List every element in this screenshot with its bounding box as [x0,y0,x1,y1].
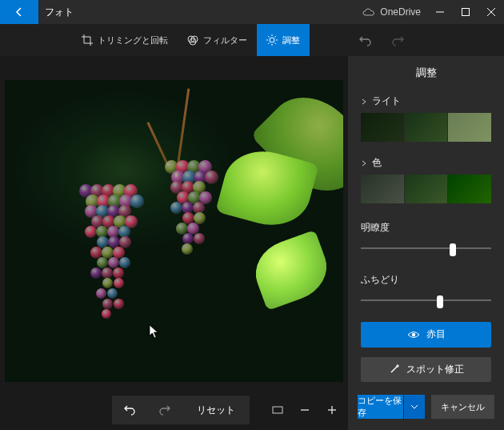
reset-group: リセット [112,396,250,424]
onedrive-status[interactable]: OneDrive [356,6,427,18]
spotfix-label: スポット修正 [406,363,464,376]
chevron-right-icon [361,160,367,167]
svg-line-14 [268,43,270,45]
color-thumb-mid[interactable] [405,175,448,203]
section-light-header[interactable]: ライト [361,94,491,108]
color-thumbnails[interactable] [361,175,491,203]
reset-button[interactable]: リセット [182,404,250,417]
photo-content [5,80,343,382]
svg-line-15 [275,36,277,38]
side-title: 調整 [348,56,504,90]
chevron-right-icon [361,98,367,105]
onedrive-label: OneDrive [380,6,421,18]
save-copy-button[interactable]: コピーを保存 [358,395,403,419]
crop-icon [82,34,93,46]
side-footer: コピーを保存 キャンセル [348,387,504,430]
section-vignette: ふちどり [348,265,504,317]
tab-crop[interactable]: トリミングと回転 [72,24,178,56]
vignette-label: ふちどり [361,273,491,287]
titlebar: フォト OneDrive [0,0,504,24]
side-panel: 調整 ライト 色 明瞭度 [348,56,504,430]
redo-icon [158,404,171,416]
section-color-header[interactable]: 色 [361,156,491,170]
tab-filter[interactable]: フィルター [178,24,257,56]
svg-point-20 [411,333,414,336]
svg-line-12 [268,36,270,38]
tab-filter-label: フィルター [203,34,247,46]
minimize-icon [436,8,444,16]
chevron-down-icon [410,404,418,409]
cancel-button[interactable]: キャンセル [431,395,494,419]
app-title: フォト [38,6,356,19]
close-icon [487,8,495,16]
light-thumb-mid[interactable] [405,113,448,142]
color-thumb-high[interactable] [448,175,491,203]
maximize-button[interactable] [453,0,478,24]
redo-button-2[interactable] [147,396,182,424]
section-light: ライト [348,90,504,151]
redeye-button[interactable]: 赤目 [361,322,491,348]
redo-button[interactable] [382,24,414,56]
canvas-footer: リセット [0,390,348,430]
minimize-button[interactable] [427,0,453,24]
section-clarity: 明瞭度 [348,213,504,265]
zoom-group [270,402,340,418]
svg-line-21 [391,366,398,372]
light-thumb-dark[interactable] [361,113,404,142]
save-dropdown-button[interactable] [404,395,425,419]
save-group: コピーを保存 [358,395,425,419]
filter-icon [187,34,198,46]
back-button[interactable] [0,0,38,24]
plus-icon [327,405,337,415]
svg-rect-16 [273,407,282,413]
canvas-area: リセット [0,56,348,430]
main-area: リセット 調整 ライト 色 [0,56,504,430]
maximize-icon [462,8,470,16]
eye-icon [407,331,420,339]
section-color: 色 [348,151,504,213]
color-label: 色 [372,156,382,170]
color-thumb-low[interactable] [361,175,404,203]
fit-icon [272,404,283,416]
wand-icon [389,364,400,375]
redeye-label: 赤目 [426,328,446,341]
undo-icon [359,34,372,46]
adjust-icon [266,34,278,46]
image-canvas[interactable] [5,80,343,382]
svg-line-13 [275,43,277,45]
light-thumb-bright[interactable] [448,113,491,142]
light-thumbnails[interactable] [361,113,491,142]
svg-rect-1 [462,9,470,16]
arrow-left-icon [13,6,26,18]
mouse-cursor [149,324,160,339]
zoom-in-button[interactable] [324,402,340,418]
light-label: ライト [372,94,401,108]
vignette-slider[interactable] [361,293,491,307]
cloud-icon [362,8,375,16]
clarity-label: 明瞭度 [361,221,491,235]
tab-adjust[interactable]: 調整 [257,24,310,56]
zoom-out-button[interactable] [297,402,313,418]
tab-adjust-label: 調整 [282,34,300,46]
redo-icon [391,34,404,46]
toolbar: トリミングと回転 フィルター 調整 [0,24,504,56]
undo-icon [123,404,136,416]
spotfix-button[interactable]: スポット修正 [361,357,491,383]
clarity-slider[interactable] [361,241,491,255]
undo-button-2[interactable] [112,396,147,424]
fit-button[interactable] [270,402,286,418]
close-button[interactable] [478,0,504,24]
tab-crop-label: トリミングと回転 [98,34,168,46]
minus-icon [300,405,310,415]
undo-button[interactable] [350,24,382,56]
svg-point-7 [270,38,274,42]
